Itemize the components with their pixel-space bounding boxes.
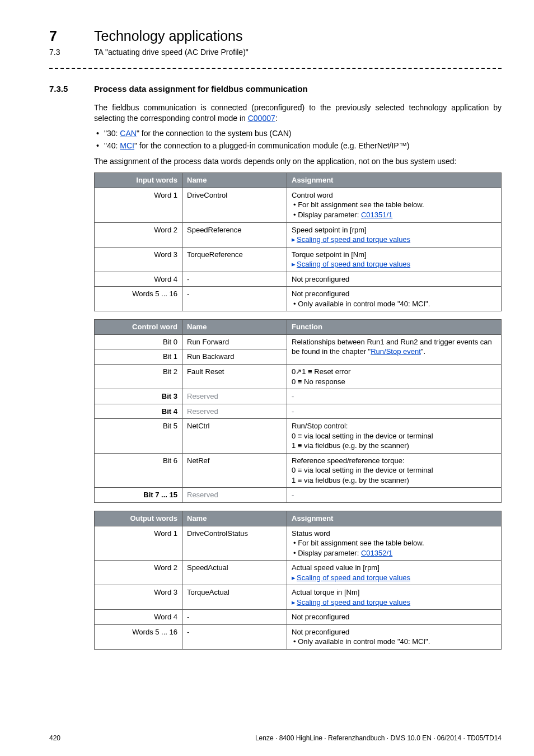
table-row: Bit 6 NetRef Reference speed/reference t… (95, 453, 502, 488)
table-row: Bit 2 Fault Reset 0↗1 ≡ Reset error 0 ≡ … (95, 365, 502, 389)
table-row: Word 3 TorqueReference Torque setpoint i… (95, 247, 502, 272)
table-row: Word 1 DriveControlStatus Status word Fo… (95, 526, 502, 561)
section-number: 7.3.5 (49, 83, 94, 95)
link-can[interactable]: CAN (120, 129, 137, 138)
table-row: Word 3 TorqueActual Actual torque in [Nm… (95, 585, 502, 610)
link-c01351-1[interactable]: C01351/1 (361, 211, 392, 219)
th-assignment: Assignment (287, 173, 502, 188)
control-word-table: Control word Name Function Bit 0 Run For… (94, 319, 502, 503)
intro-paragraph-2: The assignment of the process data words… (94, 156, 502, 167)
intro-paragraph: The fieldbus communication is connected … (94, 102, 502, 124)
table-row: Word 4 - Not preconfigured (95, 272, 502, 287)
table-row: Word 1 DriveControl Control word For bit… (95, 188, 502, 222)
th-input-words: Input words (95, 173, 182, 188)
table-row: Bit 5 NetCtrl Run/Stop control: 0 ≡ via … (95, 419, 502, 454)
table-row: Word 2 SpeedReference Speed setpoint in … (95, 222, 502, 247)
page-number: 420 (49, 734, 60, 743)
doc-id: Lenze · 8400 HighLine · Referenzhandbuch… (255, 734, 502, 743)
th-assignment: Assignment (287, 511, 502, 526)
table-row: Word 2 SpeedActual Actual speed value in… (95, 561, 502, 585)
bullet-can: "30: CAN" for the connection to the syst… (94, 128, 502, 139)
th-name: Name (182, 173, 287, 188)
chapter-number: 7 (49, 27, 94, 46)
link-scaling[interactable]: Scaling of speed and torque values (292, 235, 410, 244)
th-output-words: Output words (95, 511, 182, 526)
table-row: Bit 0 Run Forward Relationships between … (95, 334, 502, 349)
input-words-table: Input words Name Assignment Word 1 Drive… (94, 172, 502, 311)
link-mci[interactable]: MCI (120, 141, 134, 150)
link-scaling[interactable]: Scaling of speed and torque values (292, 598, 410, 606)
output-words-table: Output words Name Assignment Word 1 Driv… (94, 511, 502, 650)
th-name: Name (182, 511, 287, 526)
table-row: Bit 3 Reserved - (95, 389, 502, 404)
subsection-title: TA "actuating drive speed (AC Drive Prof… (94, 47, 249, 58)
subsection-number: 7.3 (49, 47, 94, 58)
separator (49, 68, 502, 69)
section-title: Process data assignment for fieldbus com… (94, 83, 308, 95)
chapter-title: Technology applications (94, 27, 242, 46)
table-row: Bit 7 ... 15 Reserved - (95, 488, 502, 503)
link-c01352-1[interactable]: C01352/1 (361, 549, 392, 557)
table-row: Words 5 ... 16 - Not preconfigured Only … (95, 287, 502, 311)
th-name: Name (182, 320, 287, 335)
link-scaling[interactable]: Scaling of speed and torque values (292, 573, 410, 582)
table-row: Words 5 ... 16 - Not preconfigured Only … (95, 624, 502, 649)
table-row: Word 4 - Not preconfigured (95, 610, 502, 625)
bullet-mci: "40: MCI" for the connection to a plugge… (94, 141, 502, 151)
link-run-stop-event[interactable]: Run/Stop event (371, 347, 421, 356)
page-footer: 420 Lenze · 8400 HighLine · Referenzhand… (49, 734, 502, 743)
th-function: Function (287, 320, 502, 335)
th-control-word: Control word (95, 320, 182, 335)
table-row: Bit 4 Reserved - (95, 404, 502, 419)
link-scaling[interactable]: Scaling of speed and torque values (292, 260, 410, 268)
link-c00007[interactable]: C00007 (248, 114, 275, 123)
